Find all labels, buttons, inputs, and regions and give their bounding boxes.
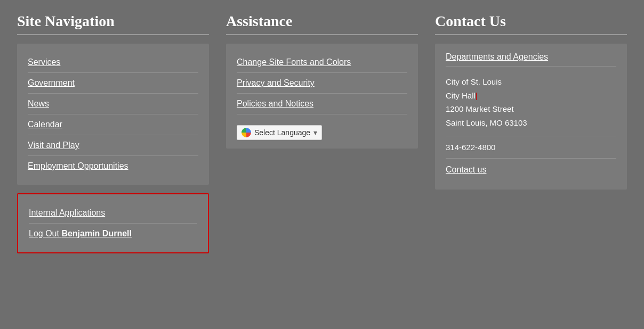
site-navigation-column: Site Navigation Services Government News…	[17, 13, 226, 253]
city-hall-red-dot: |	[476, 91, 478, 100]
assistance-link-privacy[interactable]: Privacy and Security	[237, 73, 407, 94]
assistance-divider	[226, 34, 418, 35]
nav-link-news[interactable]: News	[28, 94, 198, 114]
contact-address: City of St. Louis City Hall| 1200 Market…	[446, 69, 616, 136]
assistance-title: Assistance	[226, 13, 418, 30]
assistance-links-box: Change Site Fonts and Colors Privacy and…	[226, 44, 418, 149]
nav-link-internal-applications[interactable]: Internal Applications	[29, 203, 197, 224]
internal-links-box: Internal Applications Log Out Benjamin D…	[17, 193, 209, 253]
nav-link-calendar[interactable]: Calendar	[28, 114, 198, 135]
translate-widget-container: Select Language ▾	[237, 114, 407, 140]
contact-divider	[435, 34, 627, 35]
address-city: City of St. Louis	[446, 75, 616, 89]
google-translate-icon	[241, 128, 251, 137]
address-street: 1200 Market Street	[446, 102, 616, 116]
contact-us-title: Contact Us	[435, 13, 627, 30]
nav-divider	[17, 34, 209, 35]
nav-link-services[interactable]: Services	[28, 52, 198, 73]
logout-username: Benjamin Durnell	[61, 229, 132, 238]
contact-link-departments[interactable]: Departments and Agencies	[446, 52, 616, 67]
contact-box: Departments and Agencies City of St. Lou…	[435, 44, 627, 190]
translate-label: Select Language	[254, 128, 310, 137]
nav-link-employment[interactable]: Employment Opportunities	[28, 156, 198, 176]
translate-dropdown-arrow: ▾	[313, 128, 317, 137]
translate-widget[interactable]: Select Language ▾	[237, 125, 322, 140]
site-navigation-title: Site Navigation	[17, 13, 209, 30]
contact-phone: 314-622-4800	[446, 136, 616, 159]
assistance-link-fonts[interactable]: Change Site Fonts and Colors	[237, 52, 407, 73]
assistance-link-policies[interactable]: Policies and Notices	[237, 94, 407, 114]
assistance-column: Assistance Change Site Fonts and Colors …	[226, 13, 435, 253]
nav-links-box: Services Government News Calendar Visit …	[17, 44, 209, 185]
footer: Site Navigation Services Government News…	[0, 0, 644, 270]
nav-link-visit-play[interactable]: Visit and Play	[28, 135, 198, 156]
contact-us-link[interactable]: Contact us	[446, 165, 616, 179]
nav-link-government[interactable]: Government	[28, 73, 198, 94]
contact-link-bottom: Contact us	[446, 159, 616, 179]
address-hall: City Hall|	[446, 89, 616, 103]
contact-us-column: Contact Us Departments and Agencies City…	[435, 13, 627, 253]
address-state: Saint Louis, MO 63103	[446, 116, 616, 130]
nav-link-logout[interactable]: Log Out Benjamin Durnell	[29, 224, 197, 244]
